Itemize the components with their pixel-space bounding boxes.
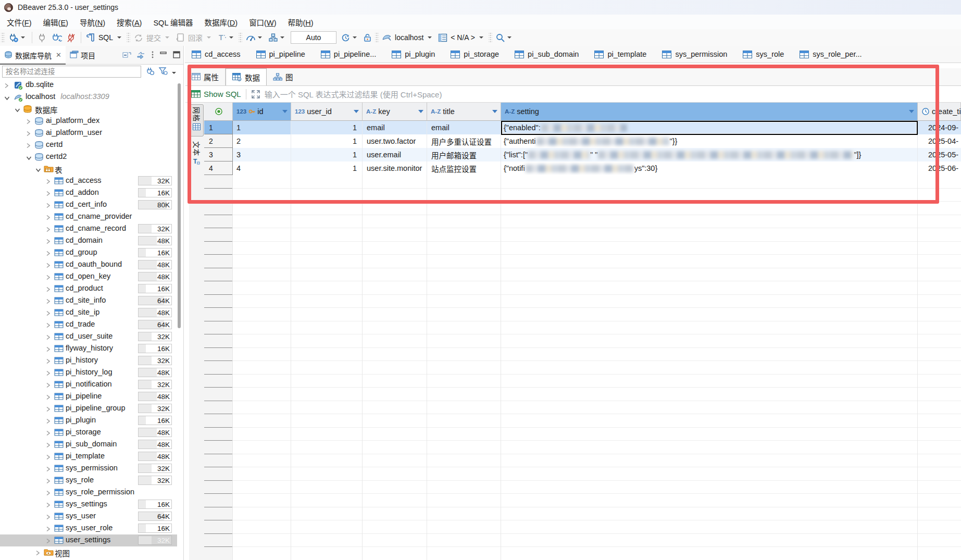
new-connection-button-dropdown-icon[interactable]: [21, 36, 25, 39]
tree-item-cd_product[interactable]: cd_product16K: [0, 283, 177, 295]
sql-editor-button[interactable]: SQL: [84, 31, 125, 44]
chevron-right-icon[interactable]: [46, 250, 51, 258]
editor-tab-sys_permission[interactable]: sys_permission: [655, 46, 736, 63]
chevron-right-icon[interactable]: [26, 142, 31, 150]
minimize-icon[interactable]: [160, 51, 168, 59]
auto-refresh-button-dropdown-icon[interactable]: [353, 36, 357, 39]
tree-item-数据库[interactable]: 数据库: [0, 103, 177, 115]
chevron-right-icon[interactable]: [46, 489, 51, 497]
tree-item-cd_cert_info[interactable]: cd_cert_info80K: [0, 199, 177, 211]
editor-tab-pi_template[interactable]: pi_template: [588, 46, 655, 63]
chevron-right-icon[interactable]: [46, 405, 51, 414]
reconnect-button[interactable]: [49, 31, 64, 44]
chevron-right-icon[interactable]: [46, 238, 51, 246]
chevron-down-icon[interactable]: [4, 94, 10, 102]
menu-数据库D[interactable]: 数据库(D): [198, 17, 243, 28]
chevron-right-icon[interactable]: [46, 381, 51, 390]
tree-item-certd2[interactable]: certd2: [0, 151, 177, 163]
menu-文件F[interactable]: 文件(F): [1, 17, 38, 28]
chevron-right-icon[interactable]: [46, 417, 51, 426]
tree-item-user_settings[interactable]: user_settings32K: [0, 534, 177, 546]
rollback-button[interactable]: 回滚: [174, 31, 215, 44]
transaction-log-button[interactable]: T: [216, 31, 237, 44]
chevron-right-icon[interactable]: [46, 262, 51, 270]
tree-item-视图[interactable]: 视图: [0, 546, 177, 558]
tree-item-cd_site_info[interactable]: cd_site_info64K: [0, 295, 177, 307]
chevron-right-icon[interactable]: [46, 214, 51, 222]
sql-editor-button-dropdown-icon[interactable]: [117, 36, 121, 39]
chevron-right-icon[interactable]: [46, 369, 51, 378]
tree-item-sys_permission[interactable]: sys_permission32K: [0, 463, 177, 475]
tree-item-cd_group[interactable]: cd_group16K: [0, 247, 177, 259]
tree-item-localhost[interactable]: localhostlocalhost:3309: [0, 91, 177, 103]
editor-tab-pi_pipeline[interactable]: pi_pipeline...: [314, 46, 385, 63]
filter-dropdown-icon[interactable]: [172, 72, 176, 74]
dashboard-button-dropdown-icon[interactable]: [258, 36, 262, 39]
chevron-right-icon[interactable]: [46, 309, 51, 318]
sash-divider[interactable]: [183, 46, 184, 560]
chevron-right-icon[interactable]: [46, 501, 51, 509]
menu-导航N[interactable]: 导航(N): [74, 17, 111, 28]
menu-帮助H[interactable]: 帮助(H): [282, 17, 319, 28]
tree-item-表[interactable]: 表: [0, 163, 177, 175]
chevron-right-icon[interactable]: [46, 333, 51, 342]
tree-item-pi_sub_domain[interactable]: pi_sub_domain48K: [0, 439, 177, 451]
chevron-right-icon[interactable]: [46, 513, 51, 521]
tree-item-cd_user_suite[interactable]: cd_user_suite32K: [0, 331, 177, 343]
transaction-log-button-dropdown-icon[interactable]: [229, 36, 233, 39]
schema-compare-button[interactable]: [267, 31, 288, 44]
chevron-right-icon[interactable]: [46, 453, 51, 462]
chevron-right-icon[interactable]: [46, 345, 51, 354]
editor-tab-sys_role[interactable]: sys_role: [736, 46, 793, 63]
chevron-right-icon[interactable]: [35, 549, 40, 557]
search-button-dropdown-icon[interactable]: [507, 36, 511, 39]
chevron-right-icon[interactable]: [46, 429, 51, 438]
tree-item-sys_user[interactable]: sys_user64K: [0, 511, 177, 522]
sidebar-scrollbar[interactable]: [178, 83, 181, 328]
chevron-right-icon[interactable]: [46, 285, 51, 294]
chevron-right-icon[interactable]: [46, 537, 51, 545]
tree-item-sys_role[interactable]: sys_role32K: [0, 475, 177, 487]
dashboard-button[interactable]: [244, 31, 266, 44]
active-database-select-dropdown-icon[interactable]: [479, 36, 483, 39]
tree-item-sys_user_role[interactable]: sys_user_role16K: [0, 522, 177, 534]
search-button[interactable]: [494, 31, 515, 44]
chevron-right-icon[interactable]: [46, 525, 51, 533]
menu-窗口W[interactable]: 窗口(W): [243, 17, 282, 28]
chevron-right-icon[interactable]: [46, 297, 51, 306]
chevron-right-icon[interactable]: [46, 190, 51, 198]
editor-tab-pi_pipeline[interactable]: pi_pipeline: [249, 46, 314, 63]
editor-tab-sys_role_per[interactable]: sys_role_per...: [793, 46, 870, 63]
tree-item-ai_platform_dex[interactable]: ai_platform_dex: [0, 115, 177, 127]
schema-compare-button-dropdown-icon[interactable]: [280, 36, 284, 39]
tree-item-cd_addon[interactable]: cd_addon16K: [0, 187, 177, 199]
link-editor-icon[interactable]: [136, 51, 145, 59]
new-connection-button[interactable]: [6, 31, 29, 44]
menu-编辑E[interactable]: 编辑(E): [38, 17, 74, 28]
active-connection-select[interactable]: localhost: [380, 32, 435, 44]
chevron-right-icon[interactable]: [46, 321, 51, 330]
active-database-select[interactable]: < N/A >: [436, 32, 487, 44]
tree-item-sys_role_permission[interactable]: sys_role_permission: [0, 487, 177, 499]
chevron-down-icon[interactable]: [26, 154, 32, 162]
menu-搜索A[interactable]: 搜索(A): [111, 17, 147, 28]
tree-item-cd_cname_record[interactable]: cd_cname_record32K: [0, 223, 177, 235]
editor-tab-pi_sub_domain[interactable]: pi_sub_domain: [508, 46, 588, 63]
chevron-right-icon[interactable]: [46, 357, 51, 366]
commit-button[interactable]: 提交: [132, 31, 173, 44]
tree-item-db.sqlite[interactable]: db.sqlite: [0, 79, 177, 91]
chevron-right-icon[interactable]: [4, 82, 9, 90]
tree-item-cd_cname_provider[interactable]: cd_cname_provider: [0, 211, 177, 223]
chevron-right-icon[interactable]: [46, 226, 51, 234]
chevron-right-icon[interactable]: [46, 393, 51, 402]
chevron-right-icon[interactable]: [26, 118, 31, 126]
tree-item-ai_platform_user[interactable]: ai_platform_user: [0, 127, 177, 139]
auto-refresh-button[interactable]: [339, 31, 360, 44]
disconnect-button[interactable]: [65, 31, 78, 44]
tree-item-pi_notification[interactable]: pi_notification32K: [0, 379, 177, 391]
editor-tab-pi_plugin[interactable]: pi_plugin: [385, 46, 444, 63]
lock-button[interactable]: [361, 31, 373, 44]
commit-mode-input[interactable]: Auto: [291, 31, 336, 44]
chevron-right-icon[interactable]: [46, 465, 51, 474]
tree-item-certd[interactable]: certd: [0, 139, 177, 151]
